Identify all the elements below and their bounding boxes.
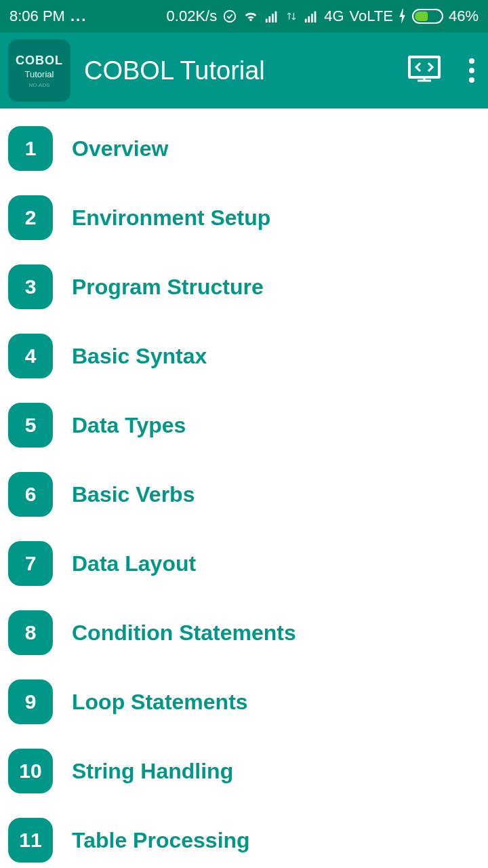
svg-point-0: [224, 11, 236, 22]
list-item[interactable]: 5 Data Types: [5, 391, 483, 460]
code-monitor-icon[interactable]: [407, 54, 442, 87]
list-item[interactable]: 11 Table Processing: [5, 806, 483, 868]
item-number: 11: [8, 818, 53, 863]
wifi-icon: [243, 9, 259, 24]
status-volte: VoLTE: [350, 7, 393, 25]
list-item[interactable]: 2 Environment Setup: [5, 183, 483, 252]
app-title: COBOL Tutorial: [84, 56, 265, 85]
app-logo-line2: Tutorial: [25, 69, 54, 79]
svg-rect-7: [311, 14, 313, 22]
app-logo-line3: NO-ADS: [28, 82, 49, 88]
svg-rect-8: [314, 12, 317, 22]
list-item[interactable]: 6 Basic Verbs: [5, 460, 483, 529]
data-transfer-icon: [285, 9, 298, 24]
item-label: Condition Statements: [72, 620, 296, 646]
list-item[interactable]: 9 Loop Statements: [5, 667, 483, 736]
item-number: 3: [8, 264, 53, 309]
status-battery-pct: 46%: [449, 7, 479, 25]
app-bar: COBOL Tutorial NO-ADS COBOL Tutorial: [0, 33, 488, 108]
svg-rect-4: [275, 12, 277, 22]
list-item[interactable]: 8 Condition Statements: [5, 598, 483, 667]
svg-rect-6: [308, 16, 310, 22]
app-logo[interactable]: COBOL Tutorial NO-ADS: [8, 39, 70, 102]
item-number: 1: [8, 126, 53, 171]
item-number: 5: [8, 403, 53, 448]
overflow-menu-icon[interactable]: [466, 56, 477, 85]
item-number: 8: [8, 610, 53, 655]
item-label: Data Layout: [72, 551, 196, 576]
item-number: 2: [8, 195, 53, 240]
svg-rect-1: [266, 19, 268, 22]
svg-rect-2: [269, 16, 271, 22]
signal-icon-2: [304, 9, 319, 24]
battery-icon: [412, 9, 443, 24]
svg-rect-9: [409, 57, 439, 77]
alarm-icon: [222, 9, 237, 24]
list-item[interactable]: 1 Overview: [5, 114, 483, 183]
item-number: 9: [8, 679, 53, 724]
status-speed: 0.02K/s: [167, 7, 218, 25]
item-label: Basic Verbs: [72, 482, 195, 507]
tutorial-list: 1 Overview 2 Environment Setup 3 Program…: [0, 108, 488, 868]
status-left: 8:06 PM ...: [9, 7, 87, 25]
item-label: Data Types: [72, 413, 186, 438]
list-item[interactable]: 3 Program Structure: [5, 252, 483, 321]
item-number: 6: [8, 472, 53, 517]
item-label: Environment Setup: [72, 205, 270, 231]
item-label: Loop Statements: [72, 690, 248, 715]
item-label: Basic Syntax: [72, 344, 207, 369]
item-number: 10: [8, 749, 53, 793]
status-network: 4G: [324, 7, 344, 25]
svg-rect-3: [272, 14, 274, 22]
signal-icon-1: [264, 9, 279, 24]
item-label: Overview: [72, 136, 168, 161]
list-item[interactable]: 4 Basic Syntax: [5, 321, 483, 391]
svg-rect-5: [305, 19, 307, 22]
list-item[interactable]: 10 String Handling: [5, 736, 483, 806]
app-logo-line1: COBOL: [16, 54, 63, 68]
app-actions: [407, 54, 477, 87]
status-bar: 8:06 PM ... 0.02K/s 4G VoLTE 46%: [0, 0, 488, 33]
item-label: String Handling: [72, 759, 233, 784]
status-dots: ...: [70, 7, 87, 25]
item-number: 7: [8, 541, 53, 586]
status-time: 8:06 PM: [9, 7, 65, 25]
item-label: Table Processing: [72, 828, 250, 853]
list-item[interactable]: 7 Data Layout: [5, 529, 483, 598]
item-number: 4: [8, 334, 53, 378]
status-right: 0.02K/s 4G VoLTE 46%: [167, 7, 479, 25]
charging-icon: [399, 9, 407, 24]
item-label: Program Structure: [72, 275, 264, 300]
